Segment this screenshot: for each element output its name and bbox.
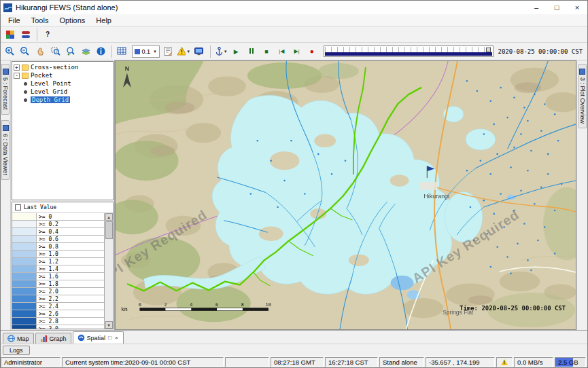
folder-icon bbox=[22, 65, 29, 71]
svg-text:10: 10 bbox=[265, 302, 271, 308]
logs-button[interactable]: Logs bbox=[3, 346, 30, 355]
legend-row[interactable]: >= 2.6 bbox=[12, 310, 104, 318]
stop-button[interactable]: ■ bbox=[259, 45, 273, 58]
minimize-button[interactable]: – bbox=[526, 1, 547, 14]
pan-icon[interactable] bbox=[33, 45, 48, 58]
legend-row[interactable]: >= 1.2 bbox=[12, 258, 104, 265]
app-window: Hikurangi FEWS (Stand alone) – □ × File … bbox=[0, 0, 588, 368]
logs-bar: Logs bbox=[1, 344, 587, 356]
map-display-icon[interactable] bbox=[3, 28, 18, 41]
left-tab-strip: 5 : Forecast 6 : Data Viewer bbox=[1, 60, 11, 330]
right-tab-strip: 3 : Plot Overview bbox=[576, 60, 587, 330]
scrollbar-thumb[interactable] bbox=[105, 221, 113, 239]
pause-button[interactable] bbox=[244, 45, 258, 58]
last-value-checkbox[interactable] bbox=[15, 204, 21, 210]
thresholds-warning-icon[interactable]: ▼ bbox=[176, 45, 191, 58]
main-area: 5 : Forecast 6 : Data Viewer + Cross-sec… bbox=[1, 60, 587, 330]
legend-row[interactable]: >= 0.2 bbox=[12, 221, 104, 228]
grid-precision-combo[interactable]: 0.1 ▼ bbox=[132, 45, 160, 58]
layers-icon[interactable] bbox=[79, 45, 93, 58]
play-button[interactable]: ▶ bbox=[229, 45, 243, 58]
legend-row[interactable]: >= 0.4 bbox=[12, 228, 104, 236]
title-bar[interactable]: Hikurangi FEWS (Stand alone) – □ × bbox=[1, 1, 587, 14]
time-slider[interactable] bbox=[324, 45, 494, 57]
zoom-window-icon[interactable] bbox=[48, 45, 63, 58]
forecast-tab-label: 5 : Forecast bbox=[2, 77, 9, 110]
zoom-in-icon[interactable] bbox=[3, 45, 17, 58]
expand-icon[interactable]: + bbox=[14, 65, 20, 71]
toolbar-separator bbox=[37, 29, 37, 41]
legend-row[interactable]: >= 1.0 bbox=[12, 251, 104, 258]
plot-overview-tab-icon bbox=[579, 69, 585, 75]
status-coordinates: -35.657 , 174.199 bbox=[426, 357, 495, 367]
tab-spatial-label: Spatial bbox=[87, 335, 106, 342]
tab-close-icon[interactable]: × bbox=[114, 335, 119, 341]
legend-row[interactable]: >= 2.4 bbox=[12, 303, 104, 310]
anchor-location-icon[interactable]: ▼ bbox=[213, 45, 228, 58]
legend-row[interactable]: >= 0.6 bbox=[12, 236, 104, 243]
svg-text:8: 8 bbox=[241, 302, 244, 308]
legend-row[interactable]: >= 0 bbox=[12, 213, 104, 221]
tree-item-pocket[interactable]: - Pocket bbox=[13, 71, 112, 79]
record-button[interactable]: ● bbox=[305, 45, 319, 58]
close-button[interactable]: × bbox=[567, 1, 587, 14]
pause-icon bbox=[249, 48, 254, 55]
tab-data-viewer[interactable]: 6 : Data Viewer bbox=[1, 120, 10, 180]
legend-row[interactable]: >= 2.0 bbox=[12, 288, 104, 295]
scroll-up-icon[interactable]: ▲ bbox=[105, 213, 113, 221]
menu-file[interactable]: File bbox=[3, 15, 26, 26]
tree-item-depth-grid[interactable]: Depth Grid bbox=[13, 96, 112, 104]
legend-row[interactable]: >= 3.0 bbox=[12, 325, 104, 329]
database-viewer-icon[interactable] bbox=[18, 28, 33, 41]
menu-help[interactable]: Help bbox=[90, 15, 117, 26]
status-user: Administrator bbox=[1, 357, 60, 367]
legend-scrollbar[interactable]: ▲ ▼ bbox=[104, 213, 113, 329]
time-slider-handle[interactable] bbox=[486, 48, 491, 52]
svg-text:4: 4 bbox=[190, 302, 192, 308]
profile-editor-icon[interactable] bbox=[161, 45, 175, 58]
legend-row[interactable]: >= 2.2 bbox=[12, 295, 104, 303]
animation-export-icon[interactable] bbox=[192, 45, 206, 58]
legend-panel: Last Value >= 0 >= 0.2 >= 0.4 >= 0.6 >= … bbox=[12, 202, 114, 329]
legend-swatch bbox=[12, 273, 37, 280]
tree-item-level-grid[interactable]: Level Grid bbox=[13, 88, 112, 96]
menu-tools[interactable]: Tools bbox=[26, 15, 54, 26]
tab-spatial[interactable]: Spatial □ × bbox=[73, 331, 124, 344]
zoom-out-icon[interactable] bbox=[18, 45, 32, 58]
legend-row[interactable]: >= 2.8 bbox=[12, 318, 104, 325]
chevron-down-icon: ▼ bbox=[186, 50, 190, 54]
plot-overview-tab-label: 3 : Plot Overview bbox=[579, 77, 586, 124]
spatial-map[interactable]: API Key Required API Key Required Hikura… bbox=[115, 60, 576, 330]
tab-map[interactable]: Map bbox=[3, 333, 34, 344]
layers-tree: + Cross-section - Pocket Level Point bbox=[12, 61, 114, 200]
legend-row[interactable]: >= 0.8 bbox=[12, 243, 104, 251]
scroll-down-icon[interactable]: ▼ bbox=[105, 321, 113, 329]
tab-graph[interactable]: Graph bbox=[35, 333, 71, 344]
step-back-button[interactable]: |◀ bbox=[275, 45, 289, 58]
legend-row[interactable]: >= 1.6 bbox=[12, 273, 104, 280]
svg-text:0: 0 bbox=[139, 302, 141, 308]
legend-row[interactable]: >= 1.4 bbox=[12, 265, 104, 273]
time-slider-ticks bbox=[325, 47, 492, 52]
legend-swatch bbox=[12, 251, 37, 257]
status-system-time: Current system time:2020-09-01 00:00 CST bbox=[62, 357, 224, 367]
grid-display-icon[interactable] bbox=[115, 45, 129, 58]
legend-swatch bbox=[12, 325, 37, 329]
chevron-down-icon: ▼ bbox=[224, 50, 228, 54]
tab-float-icon[interactable]: □ bbox=[107, 335, 112, 341]
help-icon[interactable]: ? bbox=[40, 28, 55, 41]
svg-text:2: 2 bbox=[164, 302, 167, 308]
collapse-icon[interactable]: - bbox=[14, 73, 20, 79]
tree-item-level-point[interactable]: Level Point bbox=[13, 79, 112, 88]
legend-row[interactable]: >= 1.8 bbox=[12, 280, 104, 288]
info-icon[interactable] bbox=[94, 45, 108, 58]
zoom-previous-icon[interactable] bbox=[63, 45, 77, 58]
step-forward-button[interactable]: ▶| bbox=[290, 45, 304, 58]
tab-forecast[interactable]: 5 : Forecast bbox=[1, 64, 10, 115]
menu-options[interactable]: Options bbox=[54, 15, 90, 26]
status-warning[interactable] bbox=[496, 357, 513, 367]
forecast-tab-icon bbox=[3, 69, 9, 75]
tree-item-cross-section[interactable]: + Cross-section bbox=[13, 63, 112, 71]
tab-plot-overview[interactable]: 3 : Plot Overview bbox=[578, 64, 587, 128]
maximize-button[interactable]: □ bbox=[547, 1, 567, 14]
